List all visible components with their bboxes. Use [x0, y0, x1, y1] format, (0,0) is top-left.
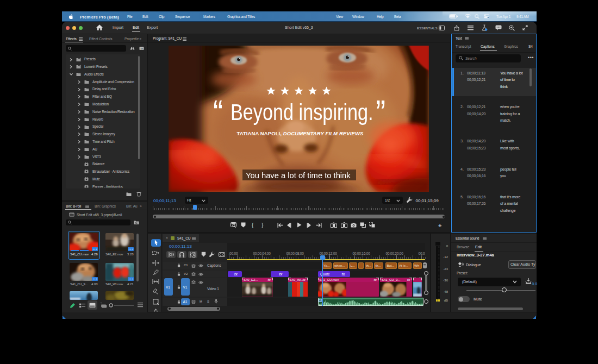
- svg-text:32: 32: [140, 47, 143, 50]
